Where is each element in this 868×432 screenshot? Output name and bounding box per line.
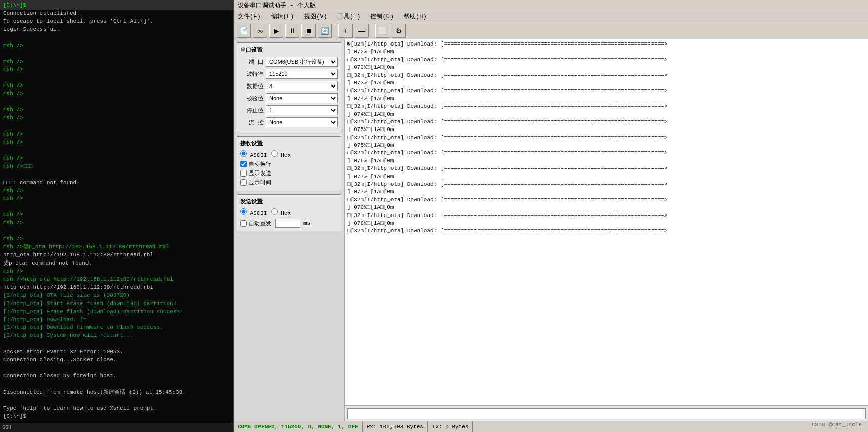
terminal-line: msh /> (3, 268, 230, 276)
menu-item[interactable]: 工具(I) (335, 12, 363, 21)
terminal-line: [I/http_ota] Erase flash (download) part… (3, 308, 230, 316)
serial-output-line: □[32m[I/http_ota] Download: [===========… (347, 181, 866, 188)
terminal-line: Disconnected from remote host(新建会话 (2)) … (3, 388, 230, 397)
terminal-line: msh /> (3, 82, 230, 90)
send-hex-radio-label[interactable]: Hex (271, 208, 291, 217)
port-label: 端 口 (240, 58, 264, 66)
receive-settings-group: 接收设置 ASCII Hex 自动换行 (237, 136, 341, 191)
terminal-line (3, 380, 230, 388)
serial-output-line: ] 077%□[1A□[0m (347, 188, 866, 196)
send-hex-radio[interactable] (271, 208, 278, 215)
stop-bits-label: 停止位 (240, 107, 264, 114)
terminal-line (3, 171, 230, 179)
toolbar-window-btn[interactable]: ⬜ (375, 24, 389, 38)
port-select[interactable]: COM6(USB 串行设备) (266, 57, 338, 67)
baud-select[interactable]: 115200 (266, 69, 338, 79)
terminal-line: msh /> (3, 155, 230, 163)
terminal-line: msh />http_ota http://192.168.1.112:80/r… (3, 276, 230, 284)
toolbar-new-btn[interactable]: 📄 (237, 24, 251, 38)
serial-input[interactable]: reboot (347, 408, 866, 419)
serial-output-line: □[32m[I/http_ota] Download: [===========… (347, 212, 866, 220)
send-ascii-radio-label[interactable]: ASCII (240, 208, 267, 217)
tx-status-text: Tx: 0 Bytes (432, 424, 469, 430)
main-content: 串口设置 端 口 COM6(USB 串行设备) 波特率 115200 数据位 (234, 39, 868, 421)
toolbar-pause-btn[interactable]: ⏸ (285, 24, 299, 38)
ascii-radio-label[interactable]: ASCII (240, 150, 267, 158)
port-settings-group: 串口设置 端 口 COM6(USB 串行设备) 波特率 115200 数据位 (237, 42, 341, 133)
send-encoding-group: ASCII Hex (240, 208, 338, 217)
serial-output-line: ] 078%□[1A□[0m (347, 220, 866, 227)
terminal-content[interactable]: [C:\~]$Connecting to 192.168.1.30:23...C… (0, 10, 233, 423)
config-panel: 串口设置 端 口 COM6(USB 串行设备) 波特率 115200 数据位 (234, 39, 345, 421)
toolbar-play-btn[interactable]: ▶ (269, 24, 283, 38)
parity-label: 校验位 (240, 95, 264, 102)
send-ascii-radio[interactable] (240, 208, 247, 215)
serial-output[interactable]: �[32m[I/http_ota] Download: [===========… (345, 39, 868, 406)
terminal-line: msh /> (3, 219, 230, 227)
serial-output-line: ] 073%□[1A□[0m (347, 64, 866, 71)
toolbar-minus-btn[interactable]: — (355, 24, 369, 38)
menu-item[interactable]: 帮助(H) (402, 12, 429, 21)
terminal-line: msh /> (3, 139, 230, 147)
toolbar-refresh-btn[interactable]: 🔄 (318, 24, 332, 38)
hex-radio-label[interactable]: Hex (271, 150, 291, 158)
terminal-line: msh /> (3, 211, 230, 219)
resend-interval-input[interactable]: 1000 (275, 219, 300, 228)
port-settings-title: 串口设置 (240, 46, 338, 54)
toolbar-add-btn[interactable]: + (338, 24, 353, 38)
show-time-checkbox[interactable] (240, 179, 247, 186)
flow-control-select[interactable]: None (266, 117, 338, 127)
parity-select[interactable]: None (266, 93, 338, 103)
terminal-line: Connection established. (3, 10, 230, 18)
terminal-line (3, 340, 230, 348)
ascii-radio[interactable] (240, 150, 247, 157)
terminal-line: msh /> (3, 42, 230, 50)
resend-interval-unit: ms (303, 220, 310, 226)
auto-newline-checkbox[interactable] (240, 161, 247, 167)
auto-resend-checkbox[interactable] (240, 220, 247, 227)
terminal-line: Login Successful. (3, 26, 230, 34)
hex-radio[interactable] (271, 150, 278, 157)
terminal-line: □□□: command not found. (3, 179, 230, 187)
serial-input-area: reboot (345, 406, 868, 421)
serial-output-line: □[32m[I/http_ota] Download: [===========… (347, 227, 866, 235)
stop-bits-select[interactable]: 1 (266, 105, 338, 115)
toolbar-settings-btn[interactable]: ⚙ (392, 24, 406, 38)
menu-item[interactable]: 视图(V) (302, 12, 329, 21)
terminal-line: [I/http_ota] Download: [= (3, 316, 230, 324)
terminal-line: msh /> (3, 114, 230, 122)
port-row: 端 口 COM6(USB 串行设备) (240, 57, 338, 67)
serial-output-line: □[32m[I/http_ota] Download: [===========… (347, 165, 866, 172)
terminal-line (3, 74, 230, 82)
auto-newline-label: 自动换行 (249, 160, 271, 168)
menu-item[interactable]: 编辑(E) (269, 12, 296, 21)
serial-output-line: ] 075%□[1A□[0m (347, 126, 866, 134)
toolbar-loop-btn[interactable]: ∞ (253, 24, 267, 38)
show-send-checkbox[interactable] (240, 170, 247, 177)
toolbar-stop-btn[interactable]: ⏹ (301, 24, 316, 38)
auto-resend-label: 自动重发 (249, 220, 271, 227)
serial-output-line: □[32m[I/http_ota] Download: [===========… (347, 87, 866, 95)
terminal-line: [I/http_ota] System now will restart... (3, 332, 230, 340)
receive-settings-title: 接收设置 (240, 140, 338, 147)
terminal-line (3, 147, 230, 155)
menu-item[interactable]: 文件(F) (236, 12, 263, 21)
terminal-line (3, 364, 230, 372)
menu-item[interactable]: 控制(C) (368, 12, 396, 21)
auto-resend-row: 自动重发 1000 ms (240, 219, 338, 228)
parity-row: 校验位 None (240, 93, 338, 103)
terminal-line (3, 397, 230, 405)
send-settings-title: 发送设置 (240, 198, 338, 205)
serial-output-line: ] 078%□[1A□[0m (347, 204, 866, 211)
data-bits-select[interactable]: 8 (266, 81, 338, 91)
serial-output-line: □[32m[I/http_ota] Download: [===========… (347, 118, 866, 126)
serial-output-line: ] 074%□[1A□[0m (347, 95, 866, 103)
status-bar: COM6 OPENED, 115200, 8, NONE, 1, OFF Rx:… (234, 421, 868, 432)
terminal-line: [I/http_ota] Start erase flash (download… (3, 300, 230, 308)
serial-output-line (347, 235, 866, 243)
serial-output-line: ] 074%□[1A□[0m (347, 111, 866, 118)
receive-encoding-group: ASCII Hex (240, 150, 338, 158)
terminal-line: [C:\~]$ (3, 413, 230, 421)
terminal-line: Connection closing...Socket close. (3, 356, 230, 364)
terminal-line: Connection closed by foreign host. (3, 372, 230, 380)
